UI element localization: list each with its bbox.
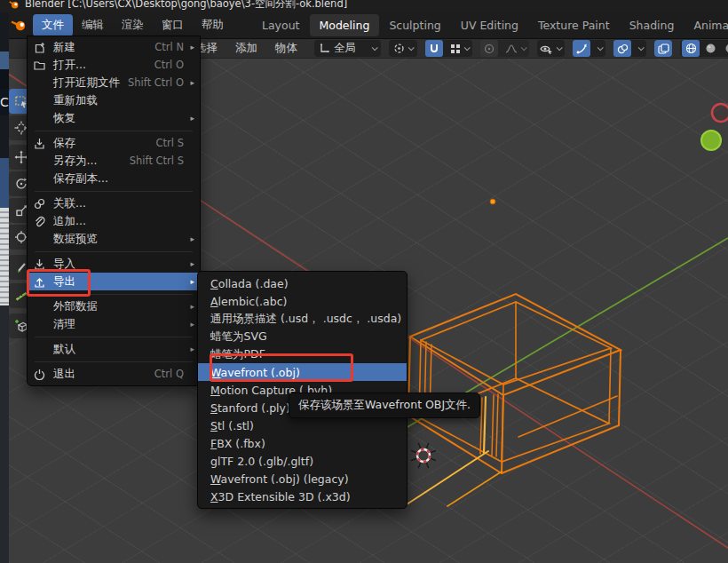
background-fragment [0,305,9,563]
folder-icon [34,59,45,71]
shading-wireframe-button[interactable] [682,40,700,57]
header-menu-object[interactable]: 物体 [266,39,306,58]
eye-cursor-icon [540,44,553,54]
header-right-toggles [529,40,728,57]
file-menu-item-save-as[interactable]: 另存为... Shift Ctrl S [28,152,200,170]
file-menu-item-clean-up[interactable]: 清理 ▸ [28,315,200,333]
snap-toggle[interactable] [425,40,443,57]
proportional-edit-toggle[interactable] [480,40,498,57]
magnet-icon [429,44,439,54]
export-item-stl[interactable]: Stl (.stl) [198,416,407,434]
file-menu-item-defaults[interactable]: 默认 ▸ [28,340,200,358]
transform-orientation-dropdown[interactable]: 全局 [314,40,381,57]
proportional-circle-icon [484,44,495,54]
tab-animation[interactable]: Animation [684,14,728,36]
shading-solid-button[interactable] [701,40,719,57]
file-menu-item-open-recent[interactable]: 打开近期文件 Shift Ctrl O ▸ [28,74,200,91]
menu-separator [35,251,193,252]
object-visibility-dropdown[interactable] [537,40,565,57]
background-fragment [0,158,9,208]
export-item-wavefront-legacy[interactable]: Wavefront (.obj) (legacy) [198,470,407,488]
blender-logo-icon [9,0,20,10]
gizmos-group [573,40,605,57]
material-sphere-icon [724,43,728,54]
file-menu-item-open[interactable]: 打开... Ctrl O [28,56,200,74]
file-menu-item-append[interactable]: 追加... [28,212,200,230]
save-icon [34,138,45,149]
snap-with-icon[interactable] [450,44,461,54]
chevron-down-icon [408,44,415,51]
chevron-down-icon [638,44,645,51]
shading-mode-group [680,40,728,57]
orientation-axes-icon [319,43,330,54]
annotation-box-export [27,269,91,297]
link-chain-icon [34,198,45,210]
menu-file[interactable]: 文件 [33,14,73,36]
wireframe-globe-icon [685,43,697,54]
tab-sculpting[interactable]: Sculpting [379,14,450,36]
solid-sphere-icon [705,43,716,54]
export-item-gltf[interactable]: glTF 2.0 (.glb/.gltf) [198,452,407,470]
workspace-tabs: Layout Modeling Sculpting UV Editing Tex… [252,14,728,36]
overlays-group [613,40,646,57]
paperclip-icon [34,216,45,227]
file-menu-item-link[interactable]: 关联... [28,194,200,212]
header-menu-add[interactable]: 添加 [226,39,266,58]
export-item-usd[interactable]: 通用场景描述 (.usd， .usdc， .usda) [198,310,407,328]
file-menu-item-recover[interactable]: 恢复 ▸ [28,109,200,127]
window-title-bar: Blender [C:\Users\CX\Desktop\gong\baoye\… [0,0,728,12]
show-overlays-toggle[interactable] [613,40,631,57]
chevron-down-icon [372,44,378,51]
file-menu-dropdown: 新建 Ctrl N ▸ 打开... Ctrl O 打开近期文件 Shift Ct… [27,36,201,386]
export-item-alembic[interactable]: Alembic(.abc) [198,292,407,310]
pivot-point-dropdown[interactable] [389,40,417,57]
menu-help[interactable]: 帮助 [193,14,233,36]
toggle-xray[interactable] [654,40,672,57]
import-icon [34,258,45,270]
export-item-grease-pencil-svg[interactable]: 蜡笔为SVG [198,328,407,345]
menu-separator [35,131,193,131]
background-fragment [0,52,9,69]
annotation-box-wavefront [210,353,353,382]
tooltip: 保存该场景至Wavefront OBJ文件. [289,393,480,418]
chevron-down-icon [521,44,527,51]
export-item-x3d[interactable]: X3D Extensible 3D (.x3d) [198,488,407,505]
shading-material-button[interactable] [721,40,728,57]
chevron-down-icon [464,44,471,51]
tab-texture-paint[interactable]: Texture Paint [528,14,620,36]
file-menu-item-data-preview[interactable]: 数据预览 ▸ [28,230,200,248]
tab-modeling[interactable]: Modeling [310,14,380,36]
xray-icon [658,44,669,54]
file-menu-item-new[interactable]: 新建 Ctrl N ▸ [28,38,200,56]
export-item-collada[interactable]: Collada (.dae) [198,274,407,292]
tab-layout[interactable]: Layout [252,14,310,36]
background-fragment: C [0,89,9,115]
background-fragment [0,208,9,305]
overlays-icon [617,44,629,54]
file-menu-item-revert[interactable]: 重新加载 [28,91,200,109]
menu-edit[interactable]: 编辑 [73,14,113,36]
file-menu-item-external-data[interactable]: 外部数据 ▸ [28,297,200,315]
tab-uv-editing[interactable]: UV Editing [451,14,528,36]
proportional-edit-group [480,40,529,57]
show-gizmo-toggle[interactable] [573,40,590,57]
falloff-curve-icon[interactable] [505,44,518,54]
menu-render[interactable]: 渲染 [113,14,153,36]
tab-shading[interactable]: Shading [620,14,684,36]
export-item-fbx[interactable]: FBX (.fbx) [198,434,407,452]
file-menu-item-save[interactable]: 保存 Ctrl S [28,134,200,152]
orientation-value: 全局 [334,41,356,56]
export-submenu: Collada (.dae) Alembic(.abc) 通用场景描述 (.us… [197,271,408,509]
menu-window[interactable]: 窗口 [153,14,193,36]
menu-separator [35,191,193,192]
file-menu-item-save-copy[interactable]: 保存副本... [28,170,200,187]
blender-logo-icon[interactable] [11,19,28,33]
pivot-icon [393,43,405,54]
snapping-group [425,40,472,57]
chevron-down-icon [597,44,604,51]
background-window-sliver: C [0,12,9,563]
menu-separator [35,337,193,337]
tooltip-text: 保存该场景至Wavefront OBJ文件. [298,398,471,411]
file-menu-item-quit[interactable]: 退出 Ctrl Q [28,365,200,383]
power-icon [34,369,45,380]
